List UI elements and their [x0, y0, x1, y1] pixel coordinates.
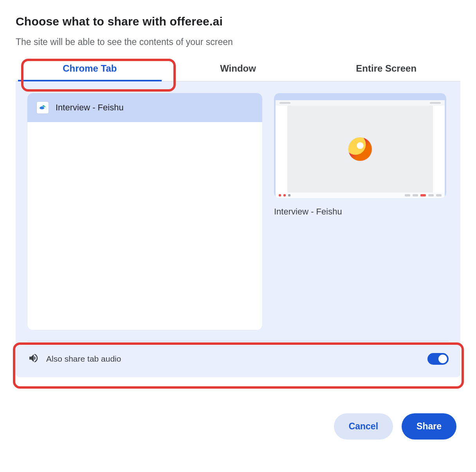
share-mode-tabs: Chrome Tab Window Entire Screen — [16, 54, 460, 81]
share-audio-label: Also share tab audio — [46, 354, 121, 364]
tab-preview-caption: Interview - Feishu — [274, 207, 446, 217]
share-audio-toggle[interactable] — [427, 353, 449, 365]
dialog-title: Choose what to share with offeree.ai — [16, 15, 460, 28]
tab-list-item[interactable]: Interview - Feishu — [27, 93, 262, 122]
tab-list: Interview - Feishu — [27, 93, 262, 330]
feishu-icon — [37, 102, 49, 113]
tab-chrome-tab[interactable]: Chrome Tab — [16, 54, 164, 81]
picker-panel: Interview - Feishu Inte — [16, 81, 460, 377]
dialog-subtitle: The site will be able to see the content… — [16, 37, 460, 47]
share-audio-row: Also share tab audio — [27, 341, 449, 366]
cancel-button[interactable]: Cancel — [334, 413, 393, 440]
tab-entire-screen[interactable]: Entire Screen — [312, 54, 460, 81]
dialog-footer: Cancel Share — [16, 413, 460, 440]
volume-icon — [27, 352, 39, 366]
share-button[interactable]: Share — [402, 413, 456, 440]
tab-window[interactable]: Window — [164, 54, 312, 81]
avatar-icon — [348, 137, 372, 161]
tab-preview-thumbnail — [274, 93, 446, 198]
tab-list-item-title: Interview - Feishu — [56, 103, 124, 113]
tab-preview[interactable]: Interview - Feishu — [274, 93, 446, 217]
